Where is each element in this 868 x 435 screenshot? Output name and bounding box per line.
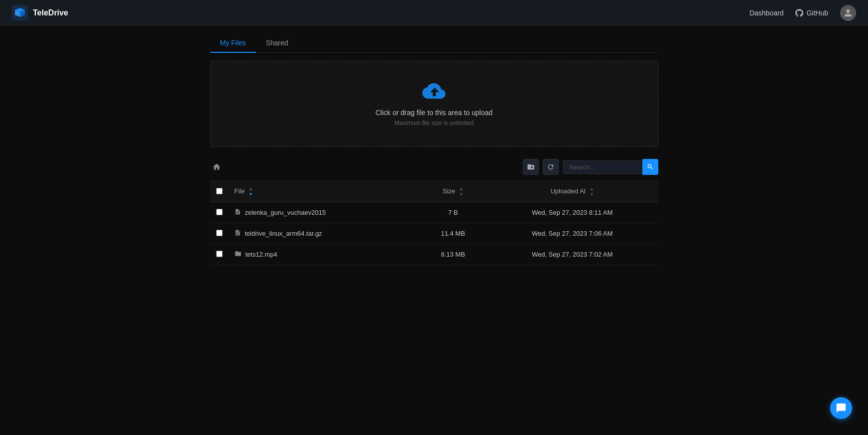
- col-size[interactable]: Size ▲▼: [420, 181, 487, 202]
- size-sort-icons: ▲▼: [459, 186, 464, 197]
- new-folder-button[interactable]: [523, 159, 539, 175]
- file-icon: [235, 208, 241, 217]
- github-icon: [795, 9, 803, 17]
- row-file-cell: zelenka_guru_vuchaev2015: [229, 202, 420, 223]
- home-icon: [212, 162, 221, 171]
- folder-plus-icon: [527, 163, 535, 171]
- table-row[interactable]: teldrive_linux_arm64.tar.gz11.4 MBWed, S…: [210, 223, 658, 244]
- logo-text: TeleDrive: [33, 8, 68, 17]
- row-size-cell: 7 B: [420, 202, 487, 223]
- row-date-cell: Wed, Sep 27, 2023 7:02 AM: [487, 244, 658, 265]
- refresh-icon: [547, 163, 555, 171]
- logo-icon: [12, 5, 28, 21]
- row-file-cell: teldrive_linux_arm64.tar.gz: [229, 223, 420, 244]
- file-name-text: teldrive_linux_arm64.tar.gz: [245, 230, 322, 237]
- toolbar: [210, 155, 658, 179]
- main-content: My Files Shared Click or drag file to th…: [210, 34, 658, 265]
- header-right: Dashboard GitHub: [749, 5, 856, 21]
- file-icon: [235, 229, 241, 238]
- row-checkbox-cell: [210, 223, 229, 244]
- upload-cloud-icon: [422, 81, 446, 101]
- row-checkbox[interactable]: [216, 251, 223, 257]
- row-checkbox[interactable]: [216, 230, 223, 236]
- date-sort-icons: ▲▼: [590, 186, 594, 197]
- tabs: My Files Shared: [210, 34, 658, 53]
- col-file[interactable]: File ▲▼: [229, 181, 420, 202]
- upload-title: Click or drag file to this area to uploa…: [221, 109, 648, 117]
- chat-fab-button[interactable]: [830, 397, 852, 419]
- upload-subtitle: Maximum file size is unlimited: [221, 120, 648, 127]
- upload-icon-wrap: [221, 81, 648, 103]
- upload-area[interactable]: Click or drag file to this area to uploa…: [210, 61, 658, 147]
- file-name-text: zelenka_guru_vuchaev2015: [245, 209, 326, 216]
- row-size-cell: 11.4 MB: [420, 223, 487, 244]
- tab-my-files[interactable]: My Files: [210, 34, 256, 53]
- file-table: File ▲▼ Size ▲▼ Uploaded At ▲▼: [210, 181, 658, 265]
- row-checkbox-cell: [210, 202, 229, 223]
- github-link[interactable]: GitHub: [795, 9, 828, 17]
- header-left: TeleDrive: [12, 5, 68, 21]
- table-body: zelenka_guru_vuchaev20157 BWed, Sep 27, …: [210, 202, 658, 265]
- search-button[interactable]: [642, 159, 658, 175]
- header: TeleDrive Dashboard GitHub: [0, 0, 868, 26]
- toolbar-right: [523, 159, 658, 175]
- row-date-cell: Wed, Sep 27, 2023 7:06 AM: [487, 223, 658, 244]
- search-icon: [647, 163, 654, 170]
- user-icon: [844, 8, 853, 17]
- table-header: File ▲▼ Size ▲▼ Uploaded At ▲▼: [210, 181, 658, 202]
- avatar[interactable]: [840, 5, 856, 21]
- row-date-cell: Wed, Sep 27, 2023 8:11 AM: [487, 202, 658, 223]
- file-sort-icons: ▲▼: [248, 186, 253, 197]
- file-name-text: tets12.mp4: [246, 251, 277, 258]
- github-label: GitHub: [806, 9, 828, 17]
- row-size-cell: 8.13 MB: [420, 244, 487, 265]
- select-all-col[interactable]: [210, 181, 229, 202]
- folder-icon: [235, 250, 242, 259]
- row-file-cell: tets12.mp4: [229, 244, 420, 265]
- search-input[interactable]: [563, 160, 642, 174]
- toolbar-left: [210, 160, 223, 173]
- chat-icon: [836, 403, 847, 414]
- dashboard-link[interactable]: Dashboard: [749, 9, 784, 17]
- tab-shared[interactable]: Shared: [256, 34, 298, 53]
- col-uploaded-at[interactable]: Uploaded At ▲▼: [487, 181, 658, 202]
- home-button[interactable]: [210, 160, 223, 173]
- row-checkbox[interactable]: [216, 209, 223, 215]
- refresh-button[interactable]: [543, 159, 559, 175]
- table-row[interactable]: zelenka_guru_vuchaev20157 BWed, Sep 27, …: [210, 202, 658, 223]
- row-checkbox-cell: [210, 244, 229, 265]
- table-row[interactable]: tets12.mp48.13 MBWed, Sep 27, 2023 7:02 …: [210, 244, 658, 265]
- select-all-checkbox[interactable]: [216, 188, 223, 194]
- search-wrap: [563, 159, 658, 175]
